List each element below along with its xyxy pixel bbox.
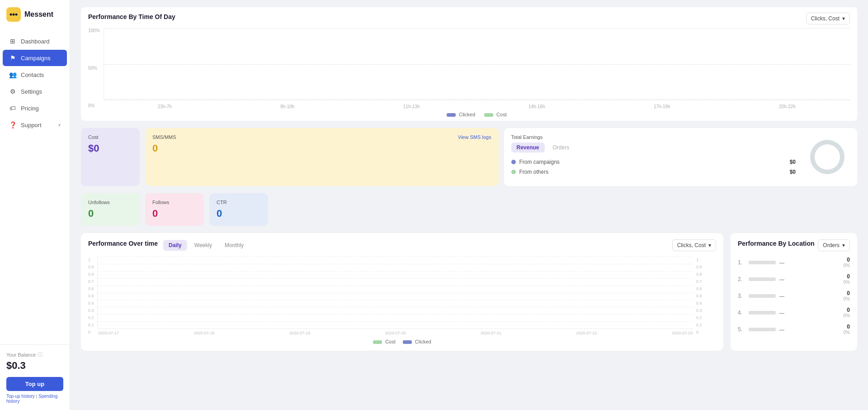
ot-x-labels: 2020-07-17 2020-07-18 2020-07-19 2020-07… — [97, 331, 693, 335]
performance-time-section: Performance By Time Of Day Clicks, Cost … — [81, 7, 857, 121]
sidebar-item-label: Campaigns — [21, 55, 51, 62]
ot-legend-clicked: Clicked — [403, 339, 431, 344]
sidebar: Messent ⊞ Dashboard ⚑ Campaigns 👥 Contac… — [0, 0, 70, 410]
title-and-tabs: Performance Over time Daily Weekly Month… — [88, 240, 249, 251]
location-row-4: 4. — 0 0% — [738, 307, 850, 318]
sms-card-title: SMS/MMS — [152, 134, 176, 140]
sidebar-item-label: Settings — [21, 88, 42, 95]
time-chart-legend: Clicked Cost — [104, 112, 850, 117]
sidebar-item-label: Support — [21, 122, 42, 129]
unfollows-value: 0 — [88, 208, 132, 219]
location-dropdown[interactable]: Orders ▾ — [818, 239, 850, 251]
chevron-down-icon: ▾ — [58, 123, 61, 128]
cost-card: Cost $0 — [81, 128, 140, 186]
balance-amount: $0.3 — [6, 360, 63, 372]
earnings-tab-orders[interactable]: Orders — [547, 143, 575, 153]
location-row-1: 1. — 0 0% — [738, 257, 850, 268]
earnings-tab-revenue[interactable]: Revenue — [511, 143, 545, 153]
location-header: Performance By Location Orders ▾ — [738, 239, 850, 251]
topup-button[interactable]: Top up — [6, 377, 63, 391]
ot-legend: Cost Clicked — [88, 339, 716, 344]
unfollows-title: Unfollows — [88, 200, 132, 205]
sms-card-header: SMS/MMS View SMS logs — [152, 134, 491, 143]
chart-line-50 — [104, 64, 850, 65]
svg-point-1 — [13, 14, 15, 16]
sidebar-item-pricing[interactable]: 🏷 Pricing — [3, 100, 67, 116]
earnings-tabs: Revenue Orders — [511, 143, 796, 153]
performance-time-title: Performance By Time Of Day — [88, 13, 175, 20]
grid-icon: ⊞ — [9, 38, 16, 45]
time-chart-canvas — [104, 28, 850, 100]
view-sms-logs-link[interactable]: View SMS logs — [458, 134, 491, 140]
perf-over-time-title: Performance Over time — [88, 240, 158, 247]
location-title: Performance By Location — [738, 240, 815, 247]
chevron-down-icon: ▾ — [842, 242, 845, 248]
over-time-chart-area: 2020-07-17 2020-07-18 2020-07-19 2020-07… — [97, 257, 693, 335]
main-content: Performance By Time Of Day Clicks, Cost … — [70, 0, 868, 410]
location-bar-bg-1 — [749, 261, 776, 264]
over-time-chart-wrapper: 10.90.80.70.6 0.50.40.30.20.10 — [88, 257, 703, 335]
sidebar-item-label: Pricing — [21, 105, 39, 112]
location-row-5: 5. — 0 0% — [738, 324, 850, 335]
sidebar-item-settings[interactable]: ⚙ Settings — [3, 83, 67, 100]
sidebar-item-label: Contacts — [21, 72, 44, 78]
pie-chart — [805, 134, 850, 180]
ot-y-right-axis: 10.90.80.70.6 0.50.40.30.20.10 — [695, 257, 703, 335]
y-axis-labels: 100% 50% 0% — [88, 26, 100, 117]
legend-cost: Cost — [484, 112, 507, 117]
campaigns-dot — [511, 160, 516, 164]
logo-text: Messent — [24, 10, 53, 19]
secondary-stats-row: Unfollows 0 Follows 0 CTR 0 — [81, 193, 857, 226]
over-time-dropdown[interactable]: Clicks, Cost ▾ — [672, 239, 716, 251]
pie-svg — [805, 134, 850, 180]
ot-chart-canvas — [97, 257, 693, 329]
chart-line-0 — [104, 99, 850, 100]
tab-weekly[interactable]: Weekly — [189, 240, 217, 251]
sms-card-value: 0 — [152, 143, 491, 154]
sidebar-item-dashboard[interactable]: ⊞ Dashboard — [3, 33, 67, 49]
performance-by-location: Performance By Location Orders ▾ 1. — 0 … — [731, 233, 857, 351]
performance-over-time: Performance Over time Daily Weekly Month… — [81, 233, 723, 351]
clicked-legend-dot — [403, 340, 412, 344]
time-chart-body: 100% 50% 0% 23h-7h 8h-10h 11h-13h 14h-16… — [88, 26, 850, 117]
chart-line-100 — [104, 28, 850, 29]
location-bar-bg-3 — [749, 294, 776, 298]
performance-over-time-header: Performance Over time Daily Weekly Month… — [88, 239, 716, 251]
tag-icon: 🏷 — [9, 105, 16, 112]
chevron-down-icon: ▾ — [708, 242, 711, 248]
sidebar-navigation: ⊞ Dashboard ⚑ Campaigns 👥 Contacts ⚙ Set… — [0, 29, 70, 344]
earnings-title: Total Earnings — [511, 134, 796, 140]
info-icon: ⓘ — [38, 351, 42, 358]
unfollows-card: Unfollows 0 — [81, 193, 140, 226]
tab-monthly[interactable]: Monthly — [219, 240, 249, 251]
location-row-2: 2. — 0 0% — [738, 273, 850, 285]
performance-section: Performance Over time Daily Weekly Month… — [81, 233, 857, 351]
cost-card-title: Cost — [88, 134, 132, 140]
svg-point-0 — [10, 14, 12, 16]
tab-daily[interactable]: Daily — [163, 240, 187, 251]
topup-history-link[interactable]: Top-up history — [6, 394, 35, 399]
logo-icon — [6, 7, 21, 22]
sidebar-item-contacts[interactable]: 👥 Contacts — [3, 67, 67, 83]
location-bar-bg-4 — [749, 311, 776, 315]
follows-title: Follows — [152, 200, 197, 205]
stats-row: Cost $0 SMS/MMS View SMS logs 0 Total Ea… — [81, 128, 857, 186]
location-bar-bg-2 — [749, 277, 776, 281]
cost-card-value: $0 — [88, 143, 132, 154]
users-icon: 👥 — [9, 71, 16, 78]
ot-y-left-axis: 10.90.80.70.6 0.50.40.30.20.10 — [88, 257, 95, 335]
earnings-left: Total Earnings Revenue Orders From campa… — [511, 134, 796, 179]
topup-links: Top-up history | Spending history — [6, 394, 63, 404]
svg-point-4 — [815, 144, 840, 170]
x-axis-labels: 23h-7h 8h-10h 11h-13h 14h-16h 17h-19h 20… — [104, 104, 850, 109]
sidebar-item-campaigns[interactable]: ⚑ Campaigns — [3, 50, 67, 66]
clicked-dot — [447, 113, 456, 117]
total-earnings-card: Total Earnings Revenue Orders From campa… — [504, 128, 858, 186]
chevron-down-icon: ▾ — [842, 15, 845, 22]
location-row-3: 3. — 0 0% — [738, 290, 850, 301]
sidebar-item-support[interactable]: ❓ Support ▾ — [3, 117, 67, 133]
balance-label: Your Balance ⓘ — [6, 351, 63, 358]
time-chart-dropdown[interactable]: Clicks, Cost ▾ — [806, 13, 850, 24]
follows-card: Follows 0 — [145, 193, 204, 226]
cost-dot — [484, 113, 493, 117]
